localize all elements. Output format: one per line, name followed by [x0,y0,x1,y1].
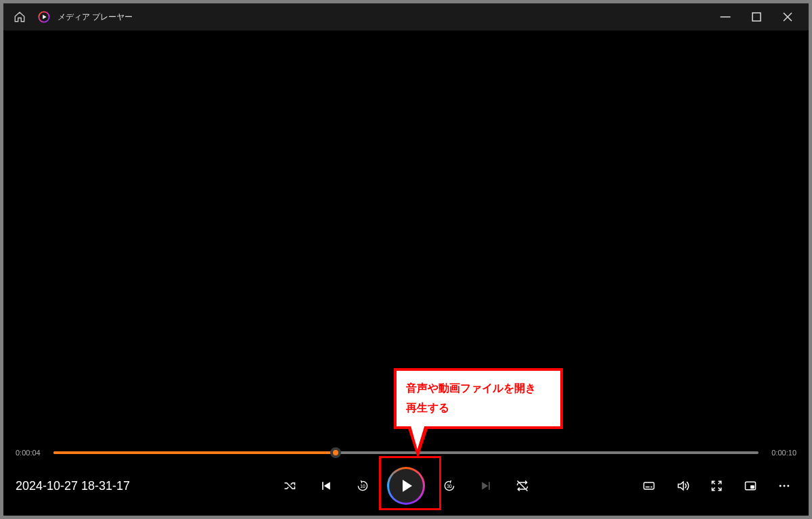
previous-button[interactable] [314,474,338,498]
svg-rect-22 [750,485,754,489]
app-icon [37,10,51,24]
maximize-icon [750,11,763,23]
subtitles-icon [642,479,656,493]
skip-back-icon: 10 [356,479,369,493]
mini-player-icon [744,479,757,493]
fullscreen-button[interactable] [704,474,729,498]
svg-marker-7 [324,482,330,490]
seek-fill [53,451,336,454]
svg-rect-6 [322,482,323,490]
next-icon [479,479,493,493]
window-controls [710,3,803,30]
more-button[interactable] [772,474,796,498]
svg-rect-13 [644,482,654,489]
play-icon [403,480,412,492]
home-button[interactable] [9,6,30,28]
file-name-label: 2024-10-27 18-31-17 [16,479,130,493]
time-elapsed: 0:00:04 [16,449,44,457]
svg-marker-1 [43,15,46,19]
center-controls: 10 30 [277,467,535,505]
skip-forward-icon: 30 [443,479,456,493]
svg-rect-11 [489,482,490,490]
volume-button[interactable] [671,474,695,498]
skip-forward-button[interactable]: 30 [437,474,461,498]
close-icon [782,11,794,23]
controls-row: 2024-10-27 18-31-17 10 [3,463,809,516]
titlebar: メディア プレーヤー [3,3,809,30]
play-inner [389,469,423,503]
mini-player-button[interactable] [738,474,763,498]
media-player-window: メディア プレーヤー 0:00:04 0:00:10 2024-10-27 18… [3,3,809,516]
right-controls [637,474,796,498]
subtitles-button[interactable] [637,474,661,498]
media-player-icon [38,11,50,23]
shuffle-icon [283,479,296,493]
svg-point-23 [780,485,782,487]
more-icon [777,479,791,493]
video-viewport[interactable] [3,30,809,443]
svg-text:30: 30 [447,484,452,489]
svg-marker-16 [678,482,683,490]
seek-slider[interactable] [53,451,759,454]
seek-thumb[interactable] [330,447,341,458]
repeat-button[interactable] [510,474,535,498]
close-button[interactable] [772,3,803,30]
next-button[interactable] [474,474,498,498]
svg-point-24 [784,485,786,487]
seekbar-row: 0:00:04 0:00:10 [3,443,809,463]
svg-marker-10 [482,482,488,490]
play-button[interactable] [387,467,425,505]
time-total: 0:00:10 [768,449,796,457]
maximize-button[interactable] [741,3,772,30]
minimize-button[interactable] [710,3,741,30]
svg-point-25 [787,485,789,487]
svg-text:10: 10 [360,484,365,489]
repeat-off-icon [516,479,529,493]
play-button-wrap [387,467,425,505]
skip-back-button[interactable]: 10 [351,474,375,498]
fullscreen-icon [710,479,723,493]
minimize-icon [719,11,731,23]
previous-icon [319,479,333,493]
svg-rect-3 [752,13,761,21]
home-icon [14,11,26,23]
titlebar-left: メディア プレーヤー [9,6,133,28]
volume-icon [676,479,690,493]
shuffle-button[interactable] [277,474,302,498]
app-title: メディア プレーヤー [58,12,133,23]
